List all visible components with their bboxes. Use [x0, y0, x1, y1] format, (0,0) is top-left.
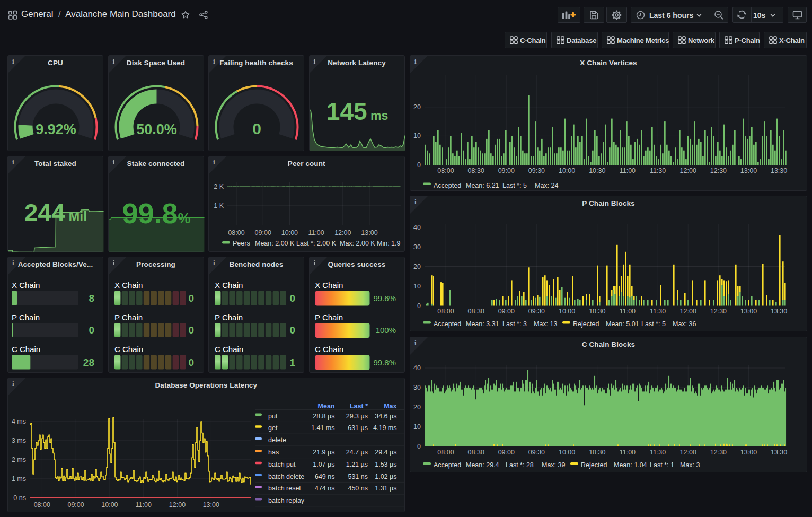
- svg-text:Last *: 5: Last *: 5: [641, 320, 666, 328]
- svg-text:21.9 µs: 21.9 µs: [313, 449, 334, 456]
- svg-text:1.21 µs: 1.21 µs: [346, 461, 368, 468]
- svg-text:C Chain: C Chain: [315, 345, 343, 354]
- svg-text:09:00: 09:00: [255, 229, 271, 236]
- svg-text:11:00: 11:00: [308, 229, 324, 236]
- svg-text:09:30: 09:30: [528, 167, 545, 174]
- svg-text:4.19 ms: 4.19 ms: [373, 424, 396, 432]
- svg-text:24.7 µs: 24.7 µs: [346, 449, 368, 456]
- svg-text:99.8%: 99.8%: [373, 358, 396, 367]
- svg-text:29.3 µs: 29.3 µs: [346, 413, 368, 420]
- svg-text:0: 0: [289, 325, 295, 336]
- svg-text:C Chain: C Chain: [114, 345, 143, 354]
- svg-text:0: 0: [89, 325, 94, 336]
- svg-text:P Chain: P Chain: [114, 313, 143, 322]
- svg-text:1.07 µs: 1.07 µs: [313, 461, 334, 468]
- svg-text:X Chain: X Chain: [315, 281, 343, 290]
- svg-text:Last *: 3: Last *: 3: [502, 320, 527, 328]
- svg-text:Max: 39: Max: 39: [542, 461, 566, 469]
- svg-text:Mean: 6.21: Mean: 6.21: [466, 181, 499, 189]
- svg-text:244 Mil: 244 Mil: [24, 199, 87, 226]
- svg-text:09:00: 09:00: [498, 449, 515, 456]
- svg-text:has: has: [268, 449, 279, 456]
- svg-text:Mean: 1.04: Mean: 1.04: [614, 461, 647, 469]
- svg-text:12:30: 12:30: [710, 308, 727, 315]
- svg-text:12:00: 12:00: [680, 167, 696, 174]
- svg-text:C Chain: C Chain: [215, 345, 243, 354]
- svg-text:13:30: 13:30: [771, 308, 787, 315]
- svg-text:P Chain: P Chain: [215, 313, 243, 322]
- svg-text:Last *: Last *: [350, 402, 368, 410]
- svg-text:Accepted: Accepted: [434, 181, 461, 189]
- svg-text:09:30: 09:30: [528, 449, 545, 456]
- svg-text:1.53 µs: 1.53 µs: [375, 461, 396, 468]
- svg-text:20: 20: [413, 404, 421, 411]
- svg-text:Rejected: Rejected: [581, 461, 607, 469]
- svg-text:11:30: 11:30: [650, 308, 666, 315]
- svg-text:28: 28: [83, 357, 94, 368]
- svg-text:34.6 µs: 34.6 µs: [375, 413, 396, 420]
- svg-text:Accepted: Accepted: [434, 461, 461, 469]
- svg-text:28.8 µs: 28.8 µs: [313, 413, 334, 420]
- svg-text:13:00: 13:00: [740, 308, 757, 315]
- svg-text:Max: 13: Max: 13: [534, 320, 558, 328]
- svg-text:30: 30: [413, 243, 421, 251]
- svg-text:11:30: 11:30: [650, 167, 666, 174]
- svg-text:13:30: 13:30: [771, 449, 787, 456]
- svg-text:100%: 100%: [375, 326, 395, 335]
- svg-text:0: 0: [188, 293, 194, 304]
- svg-text:30: 30: [413, 384, 421, 391]
- svg-text:1.02 µs: 1.02 µs: [375, 473, 396, 480]
- svg-text:12:00: 12:00: [680, 308, 696, 315]
- svg-text:Max: 36: Max: 36: [673, 320, 696, 328]
- svg-text:08:30: 08:30: [468, 449, 484, 456]
- svg-text:08:00: 08:00: [34, 501, 50, 509]
- svg-text:0: 0: [289, 293, 295, 304]
- svg-text:11:00: 11:00: [620, 308, 636, 315]
- svg-text:1 K: 1 K: [214, 202, 224, 209]
- svg-text:Mean: Mean: [318, 402, 335, 410]
- svg-text:474 ns: 474 ns: [315, 485, 335, 492]
- svg-text:2 ms: 2 ms: [12, 456, 26, 463]
- svg-text:29.4 µs: 29.4 µs: [375, 449, 396, 456]
- svg-text:08:00: 08:00: [228, 229, 244, 236]
- svg-text:08:30: 08:30: [468, 308, 484, 315]
- svg-text:12:00: 12:00: [334, 229, 351, 236]
- svg-text:08:00: 08:00: [437, 308, 454, 315]
- svg-text:09:00: 09:00: [498, 167, 515, 174]
- svg-text:531 ns: 531 ns: [348, 473, 368, 480]
- svg-text:2 K: 2 K: [214, 183, 224, 190]
- svg-text:10:00: 10:00: [559, 449, 575, 456]
- svg-text:13:00: 13:00: [740, 449, 757, 456]
- svg-text:C Chain: C Chain: [12, 345, 40, 354]
- svg-text:batch delete: batch delete: [268, 473, 304, 480]
- svg-text:10:00: 10:00: [559, 308, 575, 315]
- svg-text:40: 40: [413, 364, 421, 372]
- svg-text:13:30: 13:30: [771, 167, 787, 174]
- svg-text:40: 40: [413, 224, 421, 231]
- svg-text:10:30: 10:30: [589, 167, 605, 174]
- svg-text:P Chain: P Chain: [12, 313, 40, 322]
- svg-text:4 ms: 4 ms: [12, 418, 26, 425]
- svg-text:X Chain: X Chain: [12, 281, 40, 290]
- svg-text:8: 8: [89, 293, 94, 304]
- svg-text:Rejected: Rejected: [573, 320, 599, 328]
- svg-text:Peers: Peers: [233, 240, 250, 247]
- svg-text:0: 0: [252, 119, 261, 137]
- svg-text:0: 0: [188, 357, 194, 368]
- svg-text:11:00: 11:00: [620, 167, 636, 174]
- svg-text:Min: 1.9: Min: 1.9: [377, 240, 401, 247]
- svg-text:1 ms: 1 ms: [12, 475, 26, 483]
- svg-text:1: 1: [289, 357, 295, 368]
- svg-text:649 ns: 649 ns: [315, 473, 335, 480]
- svg-text:Last *: 28: Last *: 28: [506, 461, 534, 469]
- svg-text:3 ms: 3 ms: [12, 437, 26, 444]
- svg-text:09:30: 09:30: [528, 308, 545, 315]
- svg-text:08:00: 08:00: [437, 167, 454, 174]
- svg-text:0: 0: [417, 443, 421, 450]
- svg-text:Last *: 5: Last *: 5: [502, 181, 527, 189]
- svg-text:145 ms: 145 ms: [326, 98, 387, 125]
- svg-text:08:30: 08:30: [468, 167, 484, 174]
- svg-text:10: 10: [413, 132, 421, 139]
- svg-text:put: put: [268, 413, 278, 420]
- svg-text:Max: 2.00 K: Max: 2.00 K: [340, 240, 375, 247]
